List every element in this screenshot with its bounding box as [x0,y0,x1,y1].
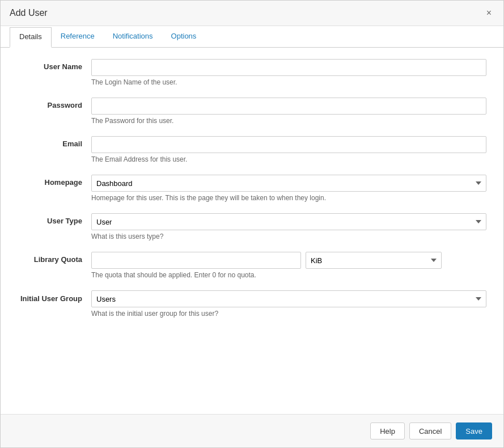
username-hint: The Login Name of the user. [91,78,486,86]
initial-user-group-wrap: Users Administrators Guests What is the … [91,290,486,318]
homepage-wrap: Dashboard Home Reports Homepage for this… [91,175,486,202]
email-label: Email [18,136,91,148]
tab-details[interactable]: Details [10,27,52,48]
password-input[interactable] [91,98,486,115]
username-wrap: The Login Name of the user. [91,59,486,86]
user-type-hint: What is this users type? [91,233,486,240]
initial-user-group-select[interactable]: Users Administrators Guests [91,290,486,307]
library-quota-input[interactable] [91,252,301,269]
quota-controls: KiB MiB GiB TiB [91,252,486,269]
tab-notifications[interactable]: Notifications [104,26,162,48]
library-quota-label: Library Quota [18,252,91,264]
email-wrap: The Email Address for this user. [91,136,486,163]
quota-unit-select[interactable]: KiB MiB GiB TiB [306,252,442,269]
dialog-title: Add User [10,8,48,18]
user-type-wrap: User Administrator Guest What is this us… [91,213,486,240]
initial-user-group-row: Initial User Group Users Administrators … [18,290,486,318]
tab-reference[interactable]: Reference [52,26,104,48]
library-quota-wrap: KiB MiB GiB TiB The quota that should be… [91,252,486,279]
homepage-select[interactable]: Dashboard Home Reports [91,175,486,192]
user-type-label: User Type [18,213,91,225]
username-input[interactable] [91,59,486,76]
dialog-header: Add User × [1,1,503,26]
homepage-label: Homepage [18,175,91,187]
email-row: Email The Email Address for this user. [18,136,486,163]
initial-user-group-label: Initial User Group [18,290,91,304]
library-quota-row: Library Quota KiB MiB GiB TiB The quota … [18,252,486,279]
user-type-select[interactable]: User Administrator Guest [91,213,486,230]
dialog-footer: Help Cancel Save [1,414,503,447]
email-hint: The Email Address for this user. [91,155,486,163]
add-user-dialog: Add User × Details Reference Notificatio… [0,0,504,448]
username-label: User Name [18,59,91,71]
homepage-row: Homepage Dashboard Home Reports Homepage… [18,175,486,202]
initial-user-group-hint: What is the initial user group for this … [91,310,486,318]
library-quota-hint: The quota that should be applied. Enter … [91,271,486,279]
cancel-button[interactable]: Cancel [409,422,451,439]
tab-options[interactable]: Options [162,26,206,48]
username-row: User Name The Login Name of the user. [18,59,486,86]
password-label: Password [18,98,91,109]
password-hint: The Password for this user. [91,117,486,125]
homepage-hint: Homepage for this user. This is the page… [91,194,486,202]
password-row: Password The Password for this user. [18,98,486,125]
tabs-bar: Details Reference Notifications Options [1,26,503,48]
password-wrap: The Password for this user. [91,98,486,125]
email-input[interactable] [91,136,486,153]
close-button[interactable]: × [484,7,494,19]
help-button[interactable]: Help [370,422,405,439]
form-body: User Name The Login Name of the user. Pa… [1,48,503,414]
user-type-row: User Type User Administrator Guest What … [18,213,486,240]
save-button[interactable]: Save [456,422,492,439]
